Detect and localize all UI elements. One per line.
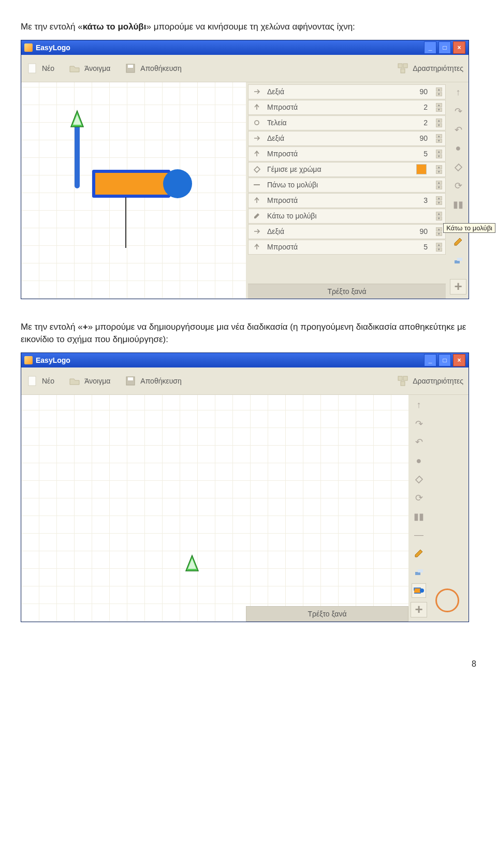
command-row[interactable]: Πάνω το μολύβι▴▾ (248, 178, 446, 193)
paragraph-1: Με την εντολή «κάτω το μολύβι» μπορούμε … (21, 21, 476, 34)
toolbar-save[interactable]: Αποθήκευση (125, 375, 181, 387)
command-row[interactable]: Μπροστά5▴▾ (248, 240, 446, 255)
easylogo-window-2: EasyLogo _ □ × Νέο Άνοιγμα Αποθήκευση Δρ… (21, 352, 469, 622)
spinner[interactable]: ▴▾ (436, 212, 442, 220)
svg-rect-13 (254, 184, 260, 185)
spinner[interactable]: ▴▾ (436, 103, 442, 112)
spinner[interactable]: ▴▾ (436, 150, 442, 158)
blank-page-icon (26, 63, 38, 74)
spinner[interactable]: ▴▾ (436, 165, 442, 174)
toolbar-new[interactable]: Νέο (26, 375, 54, 387)
save-icon (125, 63, 136, 74)
app-icon (24, 356, 33, 364)
pencil-icon[interactable] (412, 546, 426, 561)
paragraph-2: Με την εντολή «+» μπορούμε να δημιουργήσ… (21, 321, 476, 346)
spinner[interactable]: ▴▾ (436, 227, 442, 236)
command-row[interactable]: Μπροστά2▴▾ (248, 100, 446, 115)
blocks-icon (397, 375, 408, 387)
command-label: Δεξιά (267, 134, 402, 142)
maximize-button[interactable]: □ (438, 41, 451, 54)
toolbar-save[interactable]: Αποθήκευση (125, 63, 181, 74)
svg-rect-15 (457, 258, 462, 261)
drawing-canvas[interactable] (21, 82, 246, 299)
pen-down-icon (252, 212, 262, 220)
add-procedure-button[interactable]: + (450, 279, 466, 295)
turn-left-icon[interactable]: ↶ (412, 435, 426, 450)
svg-rect-19 (398, 376, 402, 380)
window-title: EasyLogo (36, 356, 70, 364)
run-again-button[interactable]: Τρέξτο ξανά (246, 606, 408, 622)
pen-up-icon[interactable]: — (412, 528, 426, 542)
turn-right-icon[interactable]: ↷ (412, 417, 426, 431)
turn-right-icon[interactable]: ↷ (451, 104, 465, 119)
spinner[interactable]: ▴▾ (436, 181, 442, 189)
window-title: EasyLogo (36, 43, 70, 52)
save-icon (125, 375, 136, 387)
bars-icon[interactable]: ▮▮ (451, 197, 465, 212)
pencil-icon[interactable] (451, 234, 465, 249)
toolbar: Νέο Άνοιγμα Αποθήκευση Δραστηριότητες (21, 55, 469, 82)
app-icon (24, 43, 33, 52)
command-row[interactable]: Δεξιά90▴▾ (248, 224, 446, 239)
arrow-up-icon[interactable]: ↑ (451, 85, 465, 100)
close-button[interactable]: × (453, 354, 465, 366)
run-again-button[interactable]: Τρέξτο ξανά (248, 284, 446, 299)
spinner[interactable]: ▴▾ (436, 196, 442, 205)
command-label: Μπροστά (267, 196, 402, 204)
command-row[interactable]: Τελεία2▴▾ (248, 115, 446, 130)
repeat-icon[interactable]: ⟳ (412, 491, 426, 505)
arrow-up-icon[interactable]: ↑ (412, 398, 426, 413)
command-value: 3 (407, 196, 429, 204)
eraser-icon[interactable] (451, 253, 465, 268)
minimize-button[interactable]: _ (424, 41, 436, 54)
add-procedure-button[interactable]: + (411, 602, 427, 617)
toolbar-new[interactable]: Νέο (26, 63, 54, 74)
toolbar-activities[interactable]: Δραστηριότητες (397, 375, 463, 387)
command-row[interactable]: Δεξιά90▴▾ (248, 131, 446, 146)
toolbar-open[interactable]: Άνοιγμα (69, 375, 110, 387)
command-label: Δεξιά (267, 227, 402, 236)
saved-shape-icon[interactable] (412, 583, 426, 598)
toolbar-open[interactable]: Άνοιγμα (69, 63, 110, 74)
command-row[interactable]: Μπροστά5▴▾ (248, 146, 446, 161)
minimize-button[interactable]: _ (424, 354, 436, 366)
command-label: Δεξιά (267, 87, 402, 96)
fill-icon[interactable] (412, 472, 426, 487)
color-swatch (416, 164, 427, 174)
dot-tool-icon[interactable]: ● (412, 453, 426, 468)
eraser-icon[interactable] (412, 565, 426, 579)
maximize-button[interactable]: □ (438, 354, 451, 366)
close-button[interactable]: × (453, 41, 465, 54)
toolbar-activities[interactable]: Δραστηριότητες (397, 63, 463, 74)
command-value: 90 (407, 87, 429, 96)
fill-icon[interactable] (451, 160, 465, 174)
command-row[interactable]: Δεξιά90▴▾ (248, 84, 446, 99)
command-row[interactable]: Γέμισε με χρώμα▴▾ (248, 162, 446, 177)
right-sidebar: ↑ ↷ ↶ ● ⟳ ▮▮ — + (408, 395, 429, 622)
spinner[interactable]: ▴▾ (436, 243, 442, 252)
drawing-canvas[interactable]: Τρέξτο ξανά (21, 395, 408, 622)
blocks-icon (397, 63, 408, 74)
turn-left-icon[interactable]: ↶ (451, 123, 465, 137)
folder-open-icon (69, 63, 80, 74)
command-value: 90 (407, 134, 429, 142)
arrow-up-icon (252, 103, 262, 111)
titlebar: EasyLogo _ □ × (21, 353, 469, 367)
spinner[interactable]: ▴▾ (436, 87, 442, 96)
command-row[interactable]: Κάτω το μολύβι▴▾ (248, 209, 446, 224)
dot-tool-icon[interactable]: ● (451, 141, 465, 156)
command-list: Δεξιά90▴▾Μπροστά2▴▾Τελεία2▴▾Δεξιά90▴▾Μπρ… (246, 82, 448, 299)
arrow-right-icon (252, 87, 262, 96)
spinner[interactable]: ▴▾ (436, 119, 442, 127)
spinner[interactable]: ▴▾ (436, 134, 442, 143)
svg-rect-20 (403, 376, 407, 380)
easylogo-window-1: EasyLogo _ □ × Νέο Άνοιγμα Αποθήκευση Δρ… (21, 40, 469, 299)
bars-icon[interactable]: ▮▮ (412, 509, 426, 524)
svg-rect-5 (401, 69, 405, 73)
svg-rect-0 (28, 64, 36, 73)
svg-rect-2 (128, 65, 133, 68)
command-row[interactable]: Μπροστά3▴▾ (248, 193, 446, 208)
command-label: Μπροστά (267, 243, 402, 251)
repeat-icon[interactable]: ⟳ (451, 179, 465, 193)
bucket-icon (252, 165, 262, 173)
